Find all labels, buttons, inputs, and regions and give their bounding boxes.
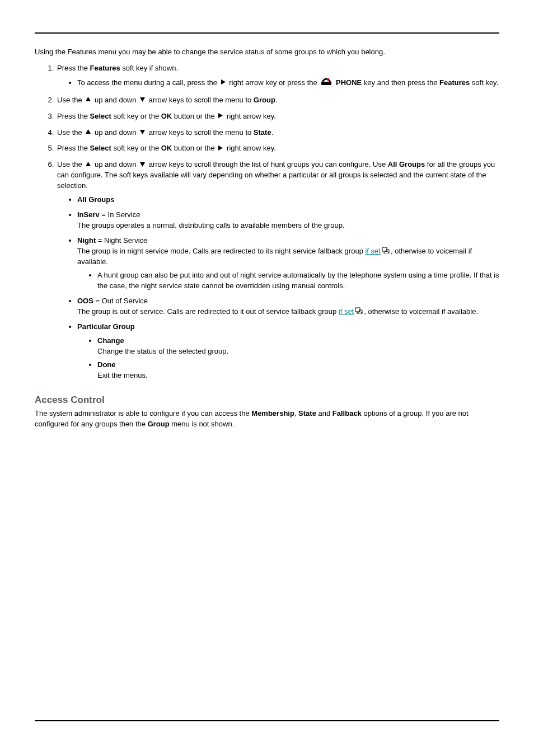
text: arrow keys to scroll the menu to: [147, 96, 254, 104]
step-5: Press the Select soft key or the OK butt…: [56, 143, 499, 154]
arrow-down-icon: [139, 95, 146, 106]
external-link-icon: [355, 307, 363, 317]
step-6-list: All Groups InServ = In Service The group…: [57, 195, 499, 381]
text: button or the: [172, 144, 217, 152]
night-sub: A hunt group can also be put into and ou…: [97, 270, 499, 292]
group-label: Group: [254, 96, 275, 104]
oos-label: OOS: [77, 297, 93, 305]
text: .: [271, 128, 274, 137]
arrow-right-icon: [218, 111, 223, 122]
bullet-change: Change Change the status of the selected…: [97, 336, 499, 357]
text: right arrow key or press the: [227, 78, 320, 87]
text: menu is not shown.: [170, 420, 235, 428]
arrow-down-icon: [139, 160, 146, 171]
features-label: Features: [439, 78, 470, 87]
particular-sublist: Change Change the status of the selected…: [77, 336, 499, 381]
text: arrow keys to scroll the menu to: [147, 128, 254, 137]
text: Press the: [57, 112, 90, 120]
arrow-right-icon: [218, 144, 223, 154]
arrow-down-icon: [139, 128, 146, 138]
text: soft key or the: [111, 112, 161, 120]
text: soft key if shown.: [120, 64, 178, 72]
arrow-right-icon: [221, 78, 226, 88]
svg-point-2: [327, 78, 329, 80]
text: soft key or the: [111, 144, 161, 152]
text: up and down: [92, 96, 138, 104]
ok-label: OK: [161, 112, 172, 120]
night-label: Night: [77, 236, 96, 245]
if-set-link[interactable]: if set: [339, 307, 354, 316]
bullet-done: Done Exit the menus.: [97, 360, 499, 381]
text: right arrow key.: [224, 112, 276, 120]
change-desc: Change the status of the selected group.: [97, 347, 228, 355]
svg-marker-6: [86, 129, 91, 134]
text: button or the: [172, 112, 217, 120]
state-label: State: [254, 128, 271, 137]
oos-desc2: , otherwise to voicemail if available.: [364, 307, 478, 316]
svg-marker-12: [384, 250, 389, 253]
access-control-text: The system administrator is able to conf…: [35, 408, 499, 430]
svg-marker-14: [357, 310, 362, 314]
if-set-link[interactable]: if set: [365, 247, 380, 255]
change-label: Change: [97, 336, 124, 345]
step-4: Use the up and down arrow keys to scroll…: [56, 128, 499, 138]
night-desc1: The group is in night service mode. Call…: [77, 247, 365, 255]
text: = In Service: [100, 210, 140, 219]
text: Use the: [57, 128, 84, 137]
done-desc: Exit the menus.: [97, 371, 148, 379]
particular-heading: Particular Group: [77, 322, 135, 331]
step-1-sub: To access the menu during a call, press …: [77, 77, 499, 90]
bullet-particular: Particular Group Change Change the statu…: [77, 322, 499, 381]
text: .: [275, 96, 278, 104]
text: Press the: [57, 144, 90, 152]
text: key and then press the: [362, 78, 439, 87]
text: = Out of Service: [93, 297, 148, 305]
phone-icon: [320, 77, 332, 90]
text: up and down: [92, 128, 138, 137]
bullet-night: Night = Night Service The group is in ni…: [77, 236, 499, 292]
text: arrow keys to scroll through the list of…: [147, 160, 388, 168]
allgroups-label: All Groups: [388, 160, 425, 168]
group-label: Group: [148, 420, 170, 428]
svg-marker-0: [221, 79, 226, 84]
ok-label: OK: [161, 144, 172, 152]
bottom-divider: [35, 720, 499, 721]
bullet-allgroups: All Groups: [77, 195, 499, 205]
svg-marker-5: [218, 113, 223, 118]
fallback-label: Fallback: [332, 409, 362, 417]
select-label: Select: [90, 144, 111, 152]
external-link-icon: [382, 246, 390, 257]
inserv-desc: The groups operates a normal, distributi…: [77, 221, 345, 229]
text: The system administrator is able to conf…: [35, 409, 251, 417]
svg-marker-9: [86, 162, 91, 166]
night-sublist: A hunt group can also be put into and ou…: [77, 270, 499, 292]
bullet-inserv: InServ = In Service The groups operates …: [77, 210, 499, 231]
text: Use the: [57, 96, 84, 104]
text: Press the: [57, 64, 90, 72]
arrow-up-icon: [85, 95, 91, 106]
step-1: Press the Features soft key if shown. To…: [56, 63, 499, 90]
text: Use the: [57, 160, 84, 168]
allgroups-heading: All Groups: [77, 195, 114, 204]
select-label: Select: [90, 112, 111, 120]
steps-list: Press the Features soft key if shown. To…: [35, 63, 499, 381]
top-divider: [35, 32, 499, 34]
inserv-label: InServ: [77, 210, 100, 219]
svg-marker-8: [218, 145, 223, 151]
text: = Night Service: [96, 236, 147, 245]
text: and: [316, 409, 332, 417]
step-6: Use the up and down arrow keys to scroll…: [56, 159, 499, 381]
phone-label: PHONE: [336, 78, 362, 87]
document-page: Using the Features menu you may be able …: [0, 0, 534, 748]
access-control-heading: Access Control: [35, 393, 499, 407]
intro-text: Using the Features menu you may be able …: [35, 47, 499, 58]
text: To access the menu during a call, press …: [77, 78, 219, 87]
arrow-up-icon: [85, 160, 91, 171]
text: right arrow key.: [224, 144, 276, 152]
text: A hunt group can also be put into and ou…: [97, 271, 499, 290]
step-1-sublist: To access the menu during a call, press …: [57, 77, 499, 90]
step-2: Use the up and down arrow keys to scroll…: [56, 95, 499, 106]
svg-marker-3: [86, 97, 91, 101]
features-label: Features: [90, 64, 120, 72]
svg-rect-1: [321, 82, 331, 85]
